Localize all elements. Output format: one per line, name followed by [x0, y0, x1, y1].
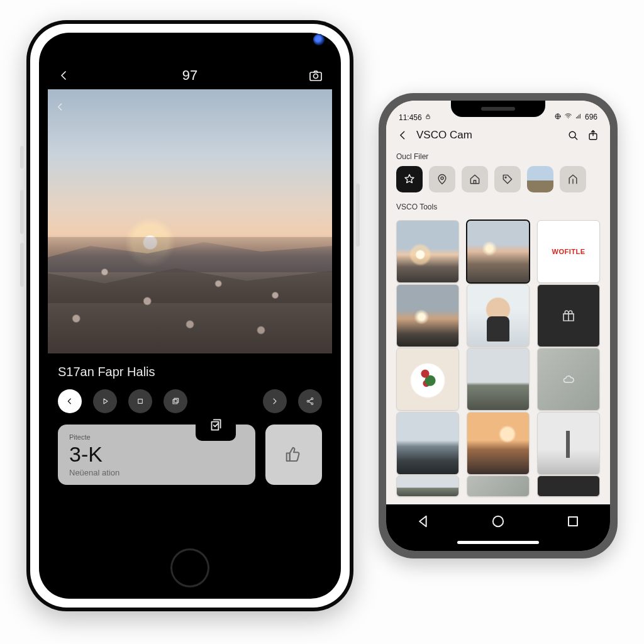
filter-favorites[interactable] — [396, 166, 423, 192]
thumb-brand[interactable]: WOFITLE — [537, 220, 600, 283]
undo-button[interactable] — [58, 389, 82, 413]
photo-title: S17an Fapr Halis — [48, 353, 332, 386]
svg-point-12 — [568, 118, 569, 118]
svg-rect-10 — [426, 116, 430, 119]
camera-icon[interactable] — [308, 68, 323, 83]
svg-rect-19 — [569, 517, 577, 526]
back-button[interactable] — [396, 128, 410, 142]
forward-button[interactable] — [263, 389, 287, 413]
thumb-partial-c[interactable] — [537, 475, 600, 497]
thumb-partial-a[interactable] — [396, 475, 459, 497]
mute-switch[interactable] — [20, 146, 24, 169]
thumb-monument[interactable] — [537, 412, 600, 475]
app-header: VSCO Cam — [386, 123, 610, 148]
svg-point-1 — [314, 74, 318, 79]
power-button[interactable] — [356, 184, 360, 247]
thumb-beach-sunset[interactable] — [467, 412, 530, 475]
svg-point-18 — [493, 516, 503, 526]
left-status-bar: 97 — [48, 62, 332, 89]
thumb-sunset-b[interactable] — [396, 284, 459, 347]
thumb-gift[interactable] — [537, 284, 600, 347]
thumb-food[interactable] — [396, 348, 459, 411]
volume-up-button[interactable] — [20, 190, 24, 234]
nav-home[interactable] — [489, 513, 507, 530]
thumb-flowers-selected[interactable] — [467, 220, 530, 283]
play-button[interactable] — [93, 389, 117, 413]
back-arrow-icon[interactable] — [57, 68, 72, 83]
nav-recent[interactable] — [564, 513, 582, 530]
svg-rect-3 — [173, 399, 177, 404]
globe-icon — [554, 113, 562, 122]
volume-down-button[interactable] — [20, 243, 24, 287]
gesture-bar — [386, 538, 610, 551]
nav-back[interactable] — [414, 513, 432, 530]
thumb-partial-b[interactable] — [467, 475, 530, 497]
thumb-cloud[interactable] — [537, 348, 600, 411]
phone-left-bezel: 97 S17an Fapr Halis — [39, 33, 341, 599]
filters-heading: Oucl Filer — [396, 152, 600, 161]
thumb-coast[interactable] — [396, 412, 459, 475]
svg-point-16 — [505, 177, 506, 178]
svg-rect-2 — [138, 399, 143, 404]
photo-preview[interactable] — [48, 89, 332, 353]
layers-button[interactable] — [164, 389, 187, 413]
wifi-icon — [564, 112, 572, 122]
phone-left-screen: 97 S17an Fapr Halis — [48, 62, 332, 548]
filter-location[interactable] — [429, 166, 455, 192]
status-number: 97 — [182, 67, 197, 84]
filter-row — [396, 166, 600, 192]
filter-upload[interactable] — [560, 166, 586, 192]
thumbs-up-card[interactable] — [265, 425, 322, 485]
notch — [451, 101, 545, 117]
status-battery: 696 — [585, 113, 597, 121]
svg-point-15 — [441, 177, 443, 179]
phone-right-screen: 11:456 696 VSCO Cam Oucl Filer — [386, 101, 610, 551]
flowerfield-decor — [48, 237, 332, 353]
thumb-selfie[interactable] — [467, 284, 530, 347]
phone-right-frame: 11:456 696 VSCO Cam Oucl Filer — [379, 93, 618, 558]
svg-rect-9 — [287, 453, 290, 462]
home-button[interactable] — [170, 548, 209, 587]
phone-left-frame: 97 S17an Fapr Halis — [26, 20, 353, 611]
save-button[interactable] — [196, 408, 236, 441]
chevron-left-icon[interactable] — [54, 101, 67, 117]
tools-section: VSCO Tools — [386, 199, 610, 216]
card-sub: Neüenal ation — [69, 468, 244, 477]
status-time: 11:456 — [399, 113, 422, 122]
brand-label: WOFITLE — [552, 248, 586, 255]
export-button[interactable] — [586, 128, 600, 142]
crop-button[interactable] — [128, 389, 152, 413]
thumb-landscape[interactable] — [467, 348, 530, 411]
tools-heading: VSCO Tools — [396, 203, 600, 211]
tool-row — [48, 386, 332, 425]
svg-rect-4 — [174, 398, 179, 402]
android-navbar — [386, 504, 610, 538]
share-button[interactable] — [298, 389, 322, 413]
thumbnail-grid: WOFITLE — [386, 216, 610, 504]
filter-home[interactable] — [462, 166, 488, 192]
bottom-cards: Pitecte 3-K Neüenal ation — [48, 425, 332, 495]
filters-section: Oucl Filer — [386, 148, 610, 192]
app-title: VSCO Cam — [416, 129, 560, 142]
filter-landscape[interactable] — [527, 166, 553, 192]
search-button[interactable] — [566, 128, 580, 142]
front-camera — [313, 34, 325, 45]
thumb-sunset-a[interactable] — [396, 220, 459, 283]
card-headline: 3-K — [69, 442, 244, 467]
lock-icon — [425, 113, 431, 122]
signal-icon — [575, 113, 582, 122]
filter-tag[interactable] — [494, 166, 521, 192]
